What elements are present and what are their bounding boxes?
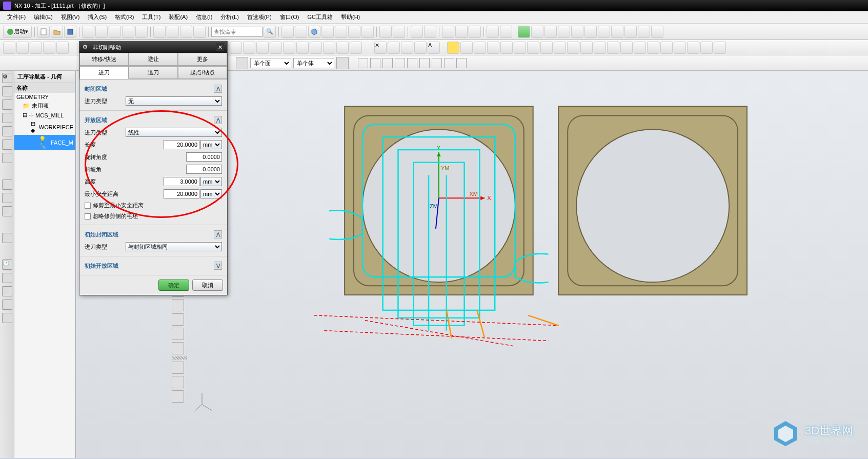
- cam-icon[interactable]: [544, 26, 557, 38]
- search-input[interactable]: [211, 27, 263, 37]
- ignore-checkbox[interactable]: [85, 213, 91, 219]
- height-unit-select[interactable]: mm: [200, 177, 222, 186]
- roles-icon[interactable]: [2, 126, 12, 136]
- browser-icon[interactable]: [2, 153, 12, 163]
- tool-icon[interactable]: [2, 206, 12, 216]
- body-filter-select[interactable]: 单个体: [293, 58, 334, 68]
- length-input[interactable]: [164, 140, 199, 149]
- delete-icon[interactable]: ✕: [374, 42, 387, 54]
- rotation-input[interactable]: [186, 152, 222, 162]
- collapse-icon[interactable]: ⋀: [214, 85, 222, 93]
- menu-analyze[interactable]: 分析(L): [217, 12, 241, 22]
- tab-retract[interactable]: 退刀: [129, 66, 178, 79]
- geom-icon[interactable]: [336, 42, 349, 54]
- snap-icon[interactable]: [336, 57, 349, 69]
- curve-icon[interactable]: [700, 42, 713, 54]
- paste-icon[interactable]: [109, 26, 121, 38]
- view-icon[interactable]: [335, 26, 347, 38]
- curve-icon[interactable]: [540, 42, 553, 54]
- sel-icon[interactable]: [3, 42, 15, 54]
- text-icon[interactable]: A: [428, 42, 440, 54]
- cut-icon[interactable]: [82, 26, 94, 38]
- verify-icon[interactable]: [518, 26, 530, 38]
- tree-mcs[interactable]: ⊟ ⊹ MCS_MILL: [14, 111, 75, 119]
- tree-workpiece[interactable]: ⊟ ◆ WORKPIECE: [14, 119, 75, 135]
- cam-icon[interactable]: [531, 26, 543, 38]
- analysis-icon[interactable]: [455, 26, 468, 38]
- snap-point-icon[interactable]: [419, 58, 430, 68]
- zoom-icon[interactable]: [172, 313, 184, 326]
- fit-icon[interactable]: [172, 328, 184, 340]
- clock-icon[interactable]: 🕐: [2, 260, 12, 270]
- tool-icon[interactable]: [2, 193, 12, 203]
- snap-point-icon[interactable]: [407, 58, 417, 68]
- geom-icon[interactable]: [310, 42, 322, 54]
- tool-icon[interactable]: [2, 179, 12, 190]
- menu-gc[interactable]: GC工具箱: [304, 12, 336, 22]
- history-icon[interactable]: [2, 139, 12, 150]
- view-icon[interactable]: [172, 342, 184, 354]
- tool-icon[interactable]: [172, 362, 184, 374]
- curve-icon[interactable]: [580, 42, 593, 54]
- menu-pref[interactable]: 首选项(P): [244, 12, 275, 22]
- cam-icon[interactable]: [638, 26, 650, 38]
- csys-icon[interactable]: [379, 26, 392, 38]
- tool-icon[interactable]: [2, 300, 12, 310]
- tab-avoid[interactable]: 避让: [129, 53, 178, 66]
- sel-icon[interactable]: [56, 42, 69, 54]
- redo-icon[interactable]: [135, 26, 148, 38]
- cancel-button[interactable]: 取消: [192, 280, 223, 291]
- undo-icon[interactable]: [122, 26, 134, 38]
- curve-icon[interactable]: [474, 42, 486, 54]
- cam-icon[interactable]: [598, 26, 610, 38]
- curve-icon[interactable]: [620, 42, 633, 54]
- new-icon[interactable]: [37, 26, 50, 38]
- start-button[interactable]: 启动 ▾: [3, 26, 32, 38]
- curve-icon[interactable]: [500, 42, 513, 54]
- geom-icon[interactable]: [350, 42, 362, 54]
- menu-insert[interactable]: 插入(S): [85, 12, 110, 22]
- geom-icon[interactable]: [256, 42, 269, 54]
- menu-help[interactable]: 帮助(H): [338, 12, 363, 22]
- tool-icon[interactable]: [180, 26, 192, 38]
- curve-icon[interactable]: [687, 42, 699, 54]
- snap-point-icon[interactable]: [370, 58, 380, 68]
- curve-icon[interactable]: [514, 42, 526, 54]
- cam-icon[interactable]: [584, 26, 597, 38]
- help-icon[interactable]: [2, 233, 12, 243]
- dim-icon[interactable]: [500, 26, 512, 38]
- curve-icon[interactable]: [487, 42, 499, 54]
- dialog-titlebar[interactable]: ⚙ 非切削移动 ✕: [79, 42, 227, 53]
- analysis-icon[interactable]: [442, 26, 454, 38]
- open-icon[interactable]: [51, 26, 63, 38]
- analysis-icon[interactable]: [469, 26, 481, 38]
- tree-geometry[interactable]: GEOMETRY: [14, 93, 75, 101]
- view-icon[interactable]: [361, 26, 374, 38]
- rotate-icon[interactable]: [172, 299, 184, 311]
- curve-icon[interactable]: [554, 42, 566, 54]
- height-input[interactable]: [164, 177, 199, 186]
- tree-unused[interactable]: 📁 未用项: [14, 101, 75, 111]
- curve-icon[interactable]: [674, 42, 686, 54]
- fit-icon[interactable]: [281, 26, 294, 38]
- dim-icon[interactable]: [487, 26, 499, 38]
- tool-icon[interactable]: [2, 286, 12, 296]
- sketch-icon[interactable]: [401, 42, 413, 54]
- section-closed-region[interactable]: 封闭区域⋀: [85, 83, 222, 95]
- tab-more[interactable]: 更多: [178, 53, 227, 66]
- minsafe-input[interactable]: [164, 189, 199, 198]
- sel-icon[interactable]: [43, 42, 55, 54]
- snap-point-icon[interactable]: [358, 58, 368, 68]
- link-icon[interactable]: [447, 42, 459, 54]
- curve-icon[interactable]: [607, 42, 619, 54]
- curve-icon[interactable]: [460, 42, 473, 54]
- tree-face-milling[interactable]: 💡🔧 FACE_M: [14, 135, 75, 150]
- engage-narandroid-select[interactable]: 无: [126, 96, 222, 106]
- menu-window[interactable]: 窗口(O): [277, 12, 302, 22]
- trim-checkbox[interactable]: [85, 203, 91, 209]
- save-icon[interactable]: [64, 26, 76, 38]
- ok-button[interactable]: 确定: [158, 280, 189, 291]
- sketch-icon[interactable]: [414, 42, 427, 54]
- reuse-icon[interactable]: [2, 113, 12, 123]
- navigator-icon[interactable]: [2, 86, 12, 96]
